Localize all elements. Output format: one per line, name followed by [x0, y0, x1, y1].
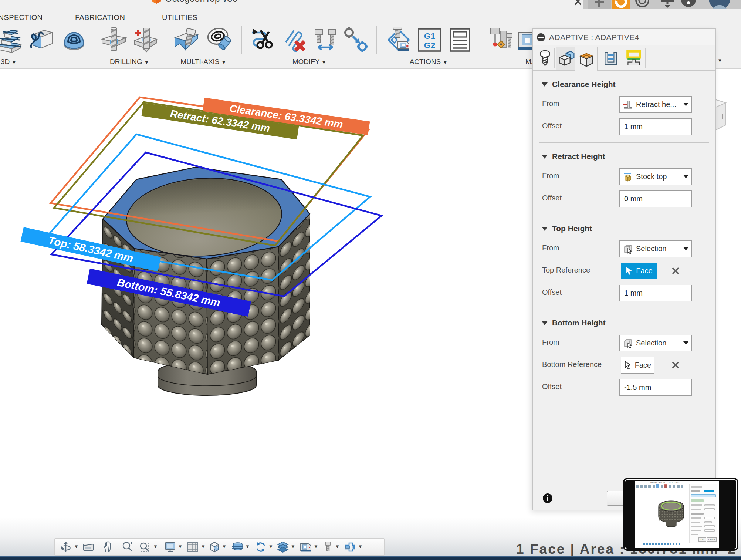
top-offset-input[interactable]: 1 mm: [619, 285, 692, 301]
look-at-icon[interactable]: [82, 541, 95, 553]
grid-caret[interactable]: ▼: [201, 544, 206, 549]
close-icon[interactable]: [572, 0, 583, 7]
section-bottom-height[interactable]: Bottom Height: [541, 317, 707, 329]
pip-mini-toolbar: [635, 484, 689, 489]
section-clearance-height[interactable]: Clearance Height: [541, 78, 707, 91]
job-status-button[interactable]: [612, 0, 630, 9]
visual-style-caret[interactable]: ▼: [291, 544, 295, 549]
bottom-reference-face-button[interactable]: Face: [621, 357, 654, 374]
drill-icon[interactable]: [101, 27, 127, 53]
user-avatar[interactable]: [708, 0, 731, 9]
group-caret[interactable]: ▼: [714, 58, 725, 67]
toolpath-display-caret[interactable]: ▼: [358, 544, 363, 549]
setup-sheet-icon[interactable]: [447, 27, 473, 53]
refresh-caret[interactable]: ▼: [268, 544, 273, 549]
row-retract-offset: Offset 0 mm: [541, 190, 707, 207]
stock-top-icon: [623, 172, 633, 182]
viewports-caret[interactable]: ▼: [222, 544, 227, 549]
trim-toolpath-icon[interactable]: [250, 27, 277, 53]
tool-display-icon[interactable]: [322, 541, 334, 553]
display-settings-caret[interactable]: ▼: [178, 544, 183, 549]
bottom-edge-bar: [0, 556, 741, 560]
rotary-icon[interactable]: [206, 27, 233, 53]
grid-icon[interactable]: [186, 541, 199, 553]
info-icon[interactable]: [680, 0, 697, 9]
section-top-height[interactable]: Top Height: [541, 222, 707, 235]
dialog-tab-geometry[interactable]: [556, 47, 576, 70]
section-view-caret[interactable]: ▼: [245, 544, 250, 549]
group-label-text: 3D: [1, 58, 10, 65]
dialog-tab-passes[interactable]: [601, 47, 621, 70]
group-label-drilling[interactable]: DRILLING ▼: [94, 58, 165, 67]
delete-passes-icon[interactable]: [282, 27, 309, 53]
group-label-text: ACTIONS: [410, 58, 441, 65]
top-reference-face-button[interactable]: Face: [621, 263, 657, 279]
clearance-from-dropdown[interactable]: Retract he...: [619, 96, 692, 113]
g1g2-icon[interactable]: G1 G2: [416, 27, 443, 53]
retract-offset-input[interactable]: 0 mm: [619, 190, 692, 207]
dialog-title-bar[interactable]: ADAPTIVE : ADAPTIVE4: [533, 29, 715, 45]
edit-feed-height-icon[interactable]: [312, 27, 339, 53]
machine-display-icon[interactable]: [300, 541, 312, 553]
extensions-button[interactable]: [588, 0, 611, 9]
bottom-from-dropdown[interactable]: Selection: [619, 335, 692, 351]
collapse-triangle-icon: [542, 227, 548, 231]
ribbon-separator: [241, 26, 242, 54]
dropdown-caret-icon: [683, 341, 688, 345]
dialog-info-icon[interactable]: [542, 493, 553, 503]
dialog-collapse-icon[interactable]: [537, 33, 545, 42]
navigation-toolbar: ▼ ▼ ▼ ▼ ▼ ▼: [54, 538, 385, 556]
visual-style-icon[interactable]: [277, 541, 289, 553]
machine-display-caret[interactable]: ▼: [314, 544, 318, 549]
dialog-tab-heights[interactable]: [575, 47, 598, 71]
pip-cancel-button: Cancel: [707, 537, 717, 542]
bottom-offset-input[interactable]: -1.5 mm: [619, 379, 692, 396]
viewports-icon[interactable]: [208, 541, 221, 553]
retract-from-dropdown[interactable]: Stock top: [619, 168, 692, 185]
drill-new-hole-icon[interactable]: [132, 27, 158, 53]
dialog-tab-tool[interactable]: [535, 47, 555, 70]
tool-display-caret[interactable]: ▼: [335, 544, 340, 549]
swarf-icon[interactable]: [173, 27, 200, 53]
tab-utilities[interactable]: UTILITIES: [162, 13, 197, 22]
group-label-3d[interactable]: 3D ▼: [0, 58, 26, 67]
display-settings-icon[interactable]: [164, 541, 176, 553]
zoom-window-icon[interactable]: [138, 541, 150, 553]
section-divider: [539, 309, 709, 309]
toolpath-display-icon[interactable]: [344, 541, 356, 553]
row-label: From: [542, 244, 559, 252]
clear-bottom-reference-icon[interactable]: [671, 360, 680, 370]
clear-top-reference-icon[interactable]: [671, 266, 680, 276]
collapse-triangle-icon: [542, 155, 548, 159]
orbit-icon[interactable]: [60, 541, 72, 553]
dialog-tab-linking[interactable]: [624, 47, 644, 70]
pip-mini-navbar: [642, 542, 687, 546]
notification-bell-icon[interactable]: [659, 0, 676, 9]
pan-hand-icon[interactable]: [102, 541, 115, 553]
3d-scallop-icon[interactable]: [61, 27, 87, 53]
group-label-manage[interactable]: MANAGE: [525, 58, 532, 67]
orbit-caret[interactable]: ▼: [74, 544, 79, 549]
help-circle-icon[interactable]: [635, 0, 650, 9]
top-from-dropdown[interactable]: Selection: [619, 240, 692, 257]
tab-inspection[interactable]: INSPECTION: [0, 13, 43, 22]
ribbon-separator: [480, 26, 480, 54]
refresh-icon[interactable]: [254, 541, 267, 553]
section-view-icon[interactable]: [231, 541, 244, 553]
group-label-actions[interactable]: ACTIONS ▼: [377, 58, 480, 67]
post-process-icon[interactable]: [385, 27, 412, 53]
group-label-modify[interactable]: MODIFY ▼: [242, 58, 376, 67]
group-label-multi-axis[interactable]: MULTI-AXIS ▼: [165, 58, 241, 67]
zoom-icon[interactable]: [121, 541, 134, 553]
3d-adaptive-icon[interactable]: [0, 27, 24, 53]
pip-preview-window[interactable]: FABRICATION UTILITIES: [623, 478, 738, 551]
tab-fabrication[interactable]: FABRICATION: [75, 13, 125, 22]
3d-contour-icon[interactable]: [29, 27, 56, 53]
pip-tab-fabrication: FABRICATION: [650, 481, 665, 483]
edit-path-points-icon[interactable]: [342, 27, 369, 53]
cursor-icon: [625, 266, 633, 276]
probe-tool-icon[interactable]: [488, 27, 514, 53]
clearance-offset-input[interactable]: 1 mm: [619, 118, 692, 135]
zoom-window-caret[interactable]: ▼: [153, 544, 158, 549]
section-retract-height[interactable]: Retract Height: [541, 150, 707, 163]
